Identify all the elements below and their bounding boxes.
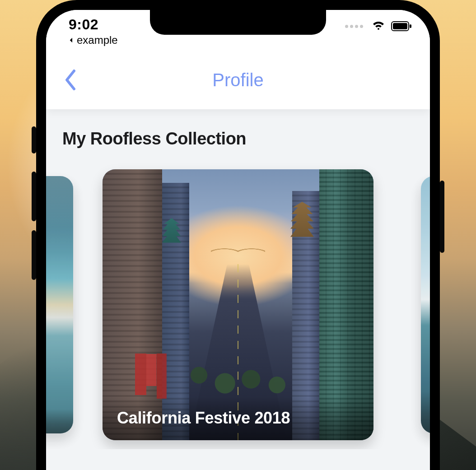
- phone-frame: 9:02 example: [36, 0, 440, 470]
- phone-mute-switch: [32, 126, 36, 154]
- nav-back-button[interactable]: [59, 66, 81, 93]
- phone-screen: 9:02 example: [46, 10, 430, 470]
- collection-card-overlay: [46, 409, 73, 433]
- nav-title: Profile: [212, 70, 263, 90]
- collection-card-overlay: Ca: [421, 391, 430, 433]
- chevron-left-icon: [63, 69, 77, 91]
- back-to-app-breadcrumb[interactable]: example: [68, 34, 118, 47]
- collection-card-next[interactable]: Ca: [421, 176, 430, 433]
- collection-card-prev[interactable]: [46, 176, 73, 433]
- phone-power-button: [440, 181, 444, 253]
- collection-card-title: California Festive 2018: [117, 409, 359, 428]
- collection-card-overlay: California Festive 2018: [103, 397, 373, 440]
- status-bar-left: 9:02 example: [69, 16, 118, 47]
- collection-card-image: [46, 176, 73, 433]
- collection-card-current[interactable]: California Festive 2018: [103, 169, 373, 440]
- svg-rect-2: [410, 24, 411, 28]
- status-time: 9:02: [69, 16, 98, 33]
- section-title: My Roofless Collection: [62, 129, 430, 149]
- breadcrumb-back-icon: [68, 37, 75, 44]
- status-bar-right: [345, 16, 412, 32]
- phone-volume-down: [32, 230, 36, 280]
- nav-bar: Profile: [46, 51, 430, 109]
- collection-carousel[interactable]: California Festive 2018 Ca: [46, 160, 430, 449]
- phone-volume-up: [32, 172, 36, 221]
- breadcrumb-label: example: [77, 34, 118, 47]
- phone-notch: [150, 10, 326, 35]
- content-area: My Roofless Collection: [46, 109, 430, 470]
- wifi-icon: [371, 21, 386, 32]
- svg-rect-1: [393, 23, 407, 29]
- cellular-signal-icon: [345, 25, 363, 28]
- battery-icon: [391, 21, 412, 31]
